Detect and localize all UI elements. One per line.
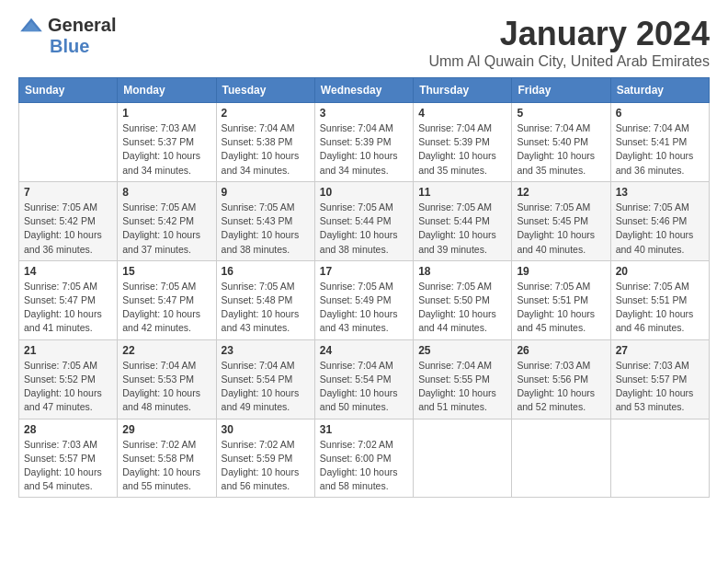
calendar-cell: 31Sunrise: 7:02 AM Sunset: 6:00 PM Dayli… xyxy=(314,419,413,498)
day-info: Sunrise: 7:03 AM Sunset: 5:57 PM Dayligh… xyxy=(24,438,112,494)
day-info: Sunrise: 7:03 AM Sunset: 5:56 PM Dayligh… xyxy=(517,359,605,415)
day-info: Sunrise: 7:04 AM Sunset: 5:55 PM Dayligh… xyxy=(418,359,506,415)
day-number: 10 xyxy=(320,186,408,199)
calendar-cell: 9Sunrise: 7:05 AM Sunset: 5:43 PM Daylig… xyxy=(216,181,314,260)
day-info: Sunrise: 7:05 AM Sunset: 5:45 PM Dayligh… xyxy=(517,201,605,257)
day-number: 18 xyxy=(418,265,506,278)
day-info: Sunrise: 7:02 AM Sunset: 5:58 PM Dayligh… xyxy=(122,438,210,494)
day-number: 15 xyxy=(122,265,210,278)
day-number: 11 xyxy=(418,186,506,199)
subtitle: Umm Al Quwain City, United Arab Emirates xyxy=(428,53,710,70)
day-number: 12 xyxy=(517,186,605,199)
day-info: Sunrise: 7:05 AM Sunset: 5:42 PM Dayligh… xyxy=(122,201,210,257)
day-info: Sunrise: 7:05 AM Sunset: 5:47 PM Dayligh… xyxy=(24,280,112,336)
day-number: 13 xyxy=(616,186,704,199)
calendar-cell: 3Sunrise: 7:04 AM Sunset: 5:39 PM Daylig… xyxy=(314,103,413,182)
day-number: 29 xyxy=(122,423,210,436)
day-info: Sunrise: 7:04 AM Sunset: 5:38 PM Dayligh… xyxy=(222,121,310,178)
calendar-cell xyxy=(414,419,512,498)
day-info: Sunrise: 7:05 AM Sunset: 5:49 PM Dayligh… xyxy=(320,280,408,336)
calendar-cell: 27Sunrise: 7:03 AM Sunset: 5:57 PM Dayli… xyxy=(610,339,709,419)
calendar-cell xyxy=(19,103,118,182)
day-info: Sunrise: 7:05 AM Sunset: 5:48 PM Dayligh… xyxy=(222,280,310,336)
day-info: Sunrise: 7:05 AM Sunset: 5:51 PM Dayligh… xyxy=(616,280,704,336)
logo-icon xyxy=(18,17,44,35)
calendar-cell: 13Sunrise: 7:05 AM Sunset: 5:46 PM Dayli… xyxy=(610,181,709,260)
day-number: 2 xyxy=(222,107,310,120)
day-number: 1 xyxy=(122,107,210,120)
day-number: 4 xyxy=(418,107,506,120)
day-info: Sunrise: 7:02 AM Sunset: 6:00 PM Dayligh… xyxy=(320,438,408,494)
day-number: 30 xyxy=(222,423,310,436)
day-number: 27 xyxy=(616,344,704,357)
day-info: Sunrise: 7:04 AM Sunset: 5:53 PM Dayligh… xyxy=(122,359,210,415)
day-info: Sunrise: 7:05 AM Sunset: 5:46 PM Dayligh… xyxy=(616,201,704,257)
calendar-cell xyxy=(512,419,610,498)
title-section: January 2024 Umm Al Quwain City, United … xyxy=(428,15,710,70)
day-info: Sunrise: 7:04 AM Sunset: 5:40 PM Dayligh… xyxy=(517,121,605,178)
calendar-cell: 22Sunrise: 7:04 AM Sunset: 5:53 PM Dayli… xyxy=(118,339,216,419)
day-number: 8 xyxy=(122,186,210,199)
day-number: 22 xyxy=(122,344,210,357)
logo-general: General xyxy=(48,15,116,36)
calendar-cell: 14Sunrise: 7:05 AM Sunset: 5:47 PM Dayli… xyxy=(19,260,118,339)
day-info: Sunrise: 7:05 AM Sunset: 5:44 PM Dayligh… xyxy=(418,201,506,257)
day-header-wednesday: Wednesday xyxy=(314,78,413,103)
calendar-cell: 7Sunrise: 7:05 AM Sunset: 5:42 PM Daylig… xyxy=(19,181,118,260)
day-info: Sunrise: 7:05 AM Sunset: 5:51 PM Dayligh… xyxy=(517,280,605,336)
day-number: 14 xyxy=(24,265,112,278)
day-number: 31 xyxy=(320,423,408,436)
calendar-cell: 21Sunrise: 7:05 AM Sunset: 5:52 PM Dayli… xyxy=(19,339,118,419)
day-info: Sunrise: 7:05 AM Sunset: 5:50 PM Dayligh… xyxy=(418,280,506,336)
week-row-5: 28Sunrise: 7:03 AM Sunset: 5:57 PM Dayli… xyxy=(19,419,710,498)
calendar-cell: 5Sunrise: 7:04 AM Sunset: 5:40 PM Daylig… xyxy=(512,103,610,182)
calendar-cell: 4Sunrise: 7:04 AM Sunset: 5:39 PM Daylig… xyxy=(414,103,512,182)
calendar-cell: 10Sunrise: 7:05 AM Sunset: 5:44 PM Dayli… xyxy=(314,181,413,260)
logo: General Blue xyxy=(18,15,116,57)
day-number: 26 xyxy=(517,344,605,357)
calendar-cell: 20Sunrise: 7:05 AM Sunset: 5:51 PM Dayli… xyxy=(610,260,709,339)
day-number: 3 xyxy=(320,107,408,120)
calendar-cell: 25Sunrise: 7:04 AM Sunset: 5:55 PM Dayli… xyxy=(414,339,512,419)
day-number: 16 xyxy=(222,265,310,278)
day-number: 20 xyxy=(616,265,704,278)
day-info: Sunrise: 7:03 AM Sunset: 5:37 PM Dayligh… xyxy=(122,121,210,178)
day-header-tuesday: Tuesday xyxy=(216,78,314,103)
day-info: Sunrise: 7:04 AM Sunset: 5:39 PM Dayligh… xyxy=(418,121,506,178)
day-number: 21 xyxy=(24,344,112,357)
calendar-cell: 12Sunrise: 7:05 AM Sunset: 5:45 PM Dayli… xyxy=(512,181,610,260)
calendar-cell: 30Sunrise: 7:02 AM Sunset: 5:59 PM Dayli… xyxy=(216,419,314,498)
day-number: 6 xyxy=(616,107,704,120)
day-number: 24 xyxy=(320,344,408,357)
calendar-cell: 24Sunrise: 7:04 AM Sunset: 5:54 PM Dayli… xyxy=(314,339,413,419)
calendar-cell: 18Sunrise: 7:05 AM Sunset: 5:50 PM Dayli… xyxy=(414,260,512,339)
calendar-cell: 26Sunrise: 7:03 AM Sunset: 5:56 PM Dayli… xyxy=(512,339,610,419)
calendar-cell: 23Sunrise: 7:04 AM Sunset: 5:54 PM Dayli… xyxy=(216,339,314,419)
calendar-cell: 15Sunrise: 7:05 AM Sunset: 5:47 PM Dayli… xyxy=(118,260,216,339)
calendar-header-row: SundayMondayTuesdayWednesdayThursdayFrid… xyxy=(19,78,710,103)
day-number: 9 xyxy=(222,186,310,199)
day-info: Sunrise: 7:04 AM Sunset: 5:39 PM Dayligh… xyxy=(320,121,408,178)
calendar-cell: 19Sunrise: 7:05 AM Sunset: 5:51 PM Dayli… xyxy=(512,260,610,339)
week-row-4: 21Sunrise: 7:05 AM Sunset: 5:52 PM Dayli… xyxy=(19,339,710,419)
day-header-thursday: Thursday xyxy=(414,78,512,103)
day-header-sunday: Sunday xyxy=(19,78,118,103)
week-row-2: 7Sunrise: 7:05 AM Sunset: 5:42 PM Daylig… xyxy=(19,181,710,260)
calendar-cell: 6Sunrise: 7:04 AM Sunset: 5:41 PM Daylig… xyxy=(610,103,709,182)
day-header-monday: Monday xyxy=(118,78,216,103)
day-number: 19 xyxy=(517,265,605,278)
calendar-cell: 8Sunrise: 7:05 AM Sunset: 5:42 PM Daylig… xyxy=(118,181,216,260)
calendar-cell: 16Sunrise: 7:05 AM Sunset: 5:48 PM Dayli… xyxy=(216,260,314,339)
day-number: 23 xyxy=(222,344,310,357)
day-info: Sunrise: 7:04 AM Sunset: 5:54 PM Dayligh… xyxy=(222,359,310,415)
calendar-body: 1Sunrise: 7:03 AM Sunset: 5:37 PM Daylig… xyxy=(19,103,710,498)
day-info: Sunrise: 7:03 AM Sunset: 5:57 PM Dayligh… xyxy=(616,359,704,415)
calendar-cell: 17Sunrise: 7:05 AM Sunset: 5:49 PM Dayli… xyxy=(314,260,413,339)
calendar-cell: 29Sunrise: 7:02 AM Sunset: 5:58 PM Dayli… xyxy=(118,419,216,498)
day-number: 28 xyxy=(24,423,112,436)
calendar-cell: 11Sunrise: 7:05 AM Sunset: 5:44 PM Dayli… xyxy=(414,181,512,260)
day-info: Sunrise: 7:02 AM Sunset: 5:59 PM Dayligh… xyxy=(222,438,310,494)
calendar-cell: 2Sunrise: 7:04 AM Sunset: 5:38 PM Daylig… xyxy=(216,103,314,182)
day-header-friday: Friday xyxy=(512,78,610,103)
month-title: January 2024 xyxy=(428,15,710,53)
